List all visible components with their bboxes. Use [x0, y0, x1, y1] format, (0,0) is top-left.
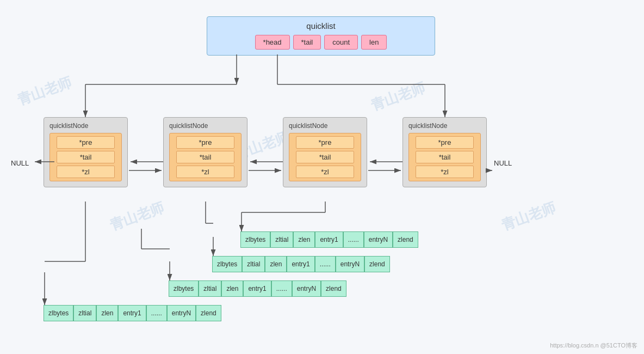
zl-cell: zlend — [364, 256, 390, 272]
zl-cell: zlen — [221, 280, 243, 297]
quicklist-box: quicklist *head *tail count len — [207, 16, 435, 56]
ql-field-tail: *tail — [293, 35, 321, 50]
zl-cell: entry1 — [118, 305, 146, 321]
zl-row-2: zlbytes zltial zlen entry1 ...... entryN… — [212, 256, 390, 272]
qln-field-zl-4: *zl — [416, 166, 474, 178]
null-left: NULL — [11, 159, 29, 167]
zl-cell: zlen — [293, 231, 315, 248]
qln-field-zl-1: *zl — [57, 166, 115, 178]
qln-field-pre-3: *pre — [296, 136, 354, 149]
qln-box-2: quicklistNode *pre *tail *zl — [163, 117, 247, 187]
zl-cell: zltial — [199, 280, 221, 297]
zl-cell: entry1 — [243, 280, 271, 297]
qln-field-tail-2: *tail — [176, 151, 234, 163]
ql-field-count: count — [324, 35, 358, 50]
qln-field-pre-2: *pre — [176, 136, 234, 149]
zl-cell: zlbytes — [240, 231, 270, 248]
qln-fields-1: *pre *tail *zl — [49, 133, 122, 181]
zl-cell: zltial — [242, 256, 265, 272]
qln-box-4: quicklistNode *pre *tail *zl — [403, 117, 487, 187]
qln-box-3: quicklistNode *pre *tail *zl — [283, 117, 367, 187]
qln-title-1: quicklistNode — [49, 122, 122, 130]
zl-row-3: zlbytes zltial zlen entry1 ...... entryN… — [169, 280, 346, 297]
watermark: 青山老师 — [107, 198, 167, 235]
zl-cell: zltial — [270, 231, 293, 248]
qln-box-1: quicklistNode *pre *tail *zl — [44, 117, 128, 187]
null-right: NULL — [494, 159, 512, 167]
zl-cell: zlend — [196, 305, 221, 321]
watermark: 青山老师 — [15, 72, 75, 109]
zl-cell: zlen — [96, 305, 118, 321]
quicklist-title: quicklist — [214, 21, 428, 30]
qln-field-zl-2: *zl — [176, 166, 234, 178]
quicklist-fields: *head *tail count len — [214, 35, 428, 50]
zl-cell: ...... — [146, 305, 167, 321]
zl-cell: entryN — [292, 280, 321, 297]
zl-cell: ...... — [343, 231, 364, 248]
ql-field-len: len — [361, 35, 387, 50]
zl-cell: zlbytes — [44, 305, 73, 321]
qln-field-tail-4: *tail — [416, 151, 474, 163]
qln-field-pre-4: *pre — [416, 136, 474, 149]
qln-field-tail-1: *tail — [57, 151, 115, 163]
zl-cell: zltial — [73, 305, 96, 321]
qln-fields-4: *pre *tail *zl — [408, 133, 481, 181]
zl-cell: entryN — [167, 305, 196, 321]
qln-field-pre-1: *pre — [57, 136, 115, 149]
qln-title-3: quicklistNode — [289, 122, 361, 130]
watermark: 青山老师 — [368, 78, 428, 115]
zl-cell: entry1 — [287, 256, 314, 272]
diagram-area: 青山老师 青山老师 青山老师 青山老师 青山老师 quicklist *head… — [0, 0, 644, 354]
qln-fields-2: *pre *tail *zl — [169, 133, 242, 181]
zl-cell: zlend — [321, 280, 346, 297]
qln-title-4: quicklistNode — [408, 122, 481, 130]
zl-cell: zlend — [393, 231, 418, 248]
qln-fields-3: *pre *tail *zl — [289, 133, 361, 181]
zl-row-1: zlbytes zltial zlen entry1 ...... entryN… — [240, 231, 418, 248]
zl-row-4: zlbytes zltial zlen entry1 ...... entryN… — [44, 305, 221, 321]
zl-cell: ...... — [315, 256, 336, 272]
zl-cell: ...... — [271, 280, 292, 297]
qln-field-tail-3: *tail — [296, 151, 354, 163]
zl-cell: entryN — [336, 256, 364, 272]
qln-field-zl-3: *zl — [296, 166, 354, 178]
credit: https://blog.csdn.n @51CTO博客 — [550, 341, 637, 350]
zl-cell: zlbytes — [212, 256, 242, 272]
zl-cell: zlen — [265, 256, 287, 272]
zl-cell: zlbytes — [169, 280, 199, 297]
ql-field-head: *head — [255, 35, 290, 50]
zl-cell: entry1 — [315, 231, 343, 248]
zl-cell: entryN — [364, 231, 393, 248]
qln-title-2: quicklistNode — [169, 122, 242, 130]
watermark: 青山老师 — [499, 198, 559, 235]
